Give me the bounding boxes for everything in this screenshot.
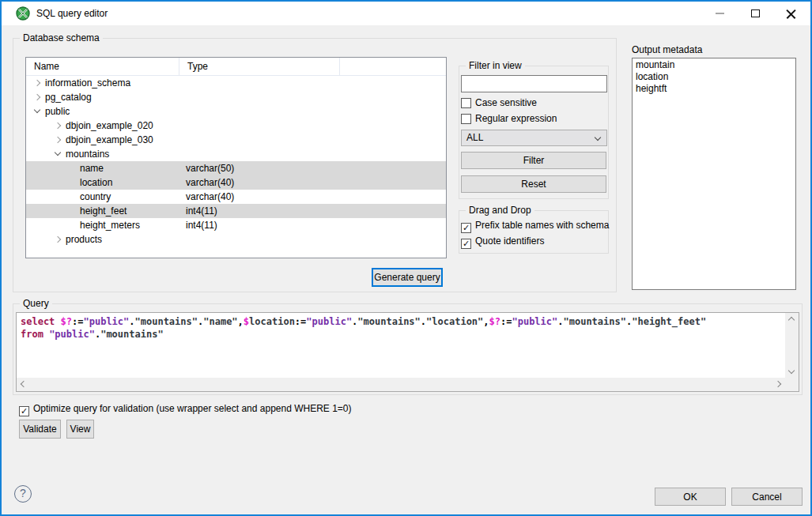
validate-button[interactable]: Validate — [19, 420, 61, 439]
scroll-down-icon[interactable] — [788, 367, 795, 374]
prefix-table-names-row: ✓Prefix table names with schema — [461, 220, 609, 232]
tree-item-label: location — [80, 177, 112, 188]
window-title: SQL query editor — [36, 8, 108, 19]
tree-item-type: varchar(50) — [186, 161, 234, 175]
optimize-query-label: Optimize query for validation (use wrapp… — [33, 403, 352, 414]
filter-button[interactable]: Filter — [461, 152, 606, 169]
table-row[interactable]: namevarchar(50) — [26, 161, 446, 175]
reset-button[interactable]: Reset — [461, 175, 606, 193]
scroll-up-icon[interactable] — [788, 317, 795, 323]
tree-item-label: pg_catalog — [45, 92, 92, 103]
output-metadata-label: Output metadata — [632, 44, 702, 55]
tree-item-label: name — [80, 163, 104, 174]
horizontal-scrollbar[interactable] — [17, 378, 785, 391]
tree-item-label: information_schema — [45, 77, 130, 89]
quote-identifiers-row: ✓Quote identifiers — [461, 235, 544, 247]
tree-item-label: dbjoin_example_020 — [66, 120, 153, 131]
maximize-icon — [751, 9, 760, 17]
tree-item-type: int4(11) — [186, 204, 217, 218]
table-row[interactable]: locationvarchar(40) — [26, 175, 446, 190]
table-row[interactable]: dbjoin_example_030 — [26, 133, 446, 147]
chevron-collapsed-icon[interactable] — [34, 94, 40, 100]
chevron-collapsed-icon[interactable] — [55, 137, 61, 143]
drag-and-drop-group-label: Drag and Drop — [466, 205, 534, 216]
tree-item-type: varchar(40) — [186, 190, 234, 204]
close-button[interactable] — [773, 2, 809, 25]
minimize-icon — [716, 13, 724, 14]
filter-scope-value: ALL — [466, 132, 483, 143]
table-row[interactable]: mountains — [26, 147, 446, 161]
list-item[interactable]: heightft — [633, 83, 795, 95]
table-row[interactable]: pg_catalog — [26, 90, 446, 104]
tree-item-label: dbjoin_example_030 — [66, 134, 153, 145]
table-row[interactable]: information_schema — [26, 76, 446, 90]
prefix-table-names-label: Prefix table names with schema — [475, 220, 609, 231]
table-row[interactable]: products — [26, 232, 446, 247]
table-row[interactable]: height_metersint4(11) — [26, 218, 446, 232]
sql-line: from "public"."mountains" — [21, 328, 785, 341]
quote-identifiers-checkbox[interactable]: ✓ — [461, 239, 471, 249]
case-sensitive-checkbox[interactable] — [461, 98, 471, 108]
tree-item-type: int4(11) — [186, 218, 217, 232]
tree-item-label: height_meters — [80, 220, 140, 231]
chevron-expanded-icon[interactable] — [34, 107, 40, 113]
tree-item-type: varchar(40) — [186, 175, 234, 190]
help-icon: ? — [20, 487, 26, 499]
optimize-query-row: ✓Optimize query for validation (use wrap… — [19, 403, 352, 416]
list-item[interactable]: mountain — [633, 59, 795, 71]
ok-button[interactable]: OK — [655, 488, 726, 506]
generate-query-button[interactable]: Generate query — [372, 268, 443, 287]
sql-line: select $?:="public"."mountains"."name",$… — [21, 315, 785, 328]
title-bar[interactable]: SQL query editor — [2, 2, 810, 25]
database-schema-group-label: Database schema — [20, 32, 103, 43]
close-icon — [786, 9, 796, 19]
tree-item-label: mountains — [66, 149, 109, 160]
tree-item-label: public — [45, 106, 70, 117]
table-row[interactable]: dbjoin_example_020 — [26, 119, 446, 133]
chevron-collapsed-icon[interactable] — [55, 122, 61, 129]
list-item[interactable]: location — [633, 71, 795, 83]
query-editor[interactable]: select $?:="public"."mountains"."name",$… — [16, 312, 799, 392]
case-sensitive-row: Case sensitive — [461, 97, 537, 109]
output-metadata-list[interactable]: mountainlocationheightft — [632, 58, 796, 290]
filter-scope-dropdown[interactable]: ALL — [461, 130, 607, 146]
chevron-collapsed-icon[interactable] — [34, 80, 40, 86]
scroll-left-icon[interactable] — [21, 381, 27, 387]
optimize-query-checkbox[interactable]: ✓ — [19, 406, 29, 416]
column-header-type[interactable]: Type — [179, 58, 340, 75]
tree-item-label: country — [80, 191, 111, 202]
schema-tree[interactable]: Name Type information_schemapg_catalogpu… — [25, 57, 447, 258]
filter-input[interactable] — [461, 75, 607, 92]
chevron-collapsed-icon[interactable] — [55, 236, 61, 243]
table-row[interactable]: countryvarchar(40) — [26, 190, 446, 204]
column-header-name[interactable]: Name — [26, 58, 179, 75]
sql-query-editor-dialog: SQL query editor Database schema Name Ty… — [0, 0, 812, 516]
column-header-empty[interactable] — [340, 58, 447, 75]
help-button[interactable]: ? — [14, 485, 32, 503]
table-row[interactable]: public — [26, 104, 446, 119]
view-button[interactable]: View — [66, 420, 94, 439]
regular-expression-row: Regular expression — [461, 113, 557, 125]
maximize-button[interactable] — [738, 2, 773, 25]
schema-tree-header: Name Type — [26, 58, 446, 76]
tree-item-label: products — [66, 234, 102, 245]
case-sensitive-label: Case sensitive — [475, 97, 537, 108]
prefix-table-names-checkbox[interactable]: ✓ — [461, 223, 471, 233]
vertical-scrollbar[interactable] — [785, 313, 799, 378]
regular-expression-label: Regular expression — [475, 113, 557, 124]
minimize-button[interactable] — [702, 2, 738, 25]
clover-app-icon — [16, 6, 30, 21]
quote-identifiers-label: Quote identifiers — [475, 235, 544, 247]
query-text[interactable]: select $?:="public"."mountains"."name",$… — [17, 313, 785, 378]
chevron-expanded-icon[interactable] — [55, 149, 61, 156]
chevron-down-icon — [595, 134, 601, 141]
table-row[interactable]: height_feetint4(11) — [26, 204, 446, 218]
tree-item-label: height_feet — [80, 205, 127, 217]
query-group-label: Query — [20, 298, 52, 309]
cancel-button[interactable]: Cancel — [731, 488, 803, 506]
filter-group-label: Filter in view — [466, 60, 525, 71]
scroll-right-icon[interactable] — [775, 381, 781, 387]
scrollbar-corner — [785, 378, 799, 391]
regular-expression-checkbox[interactable] — [461, 114, 471, 124]
schema-tree-rows: information_schemapg_catalogpublicdbjoin… — [26, 76, 446, 247]
